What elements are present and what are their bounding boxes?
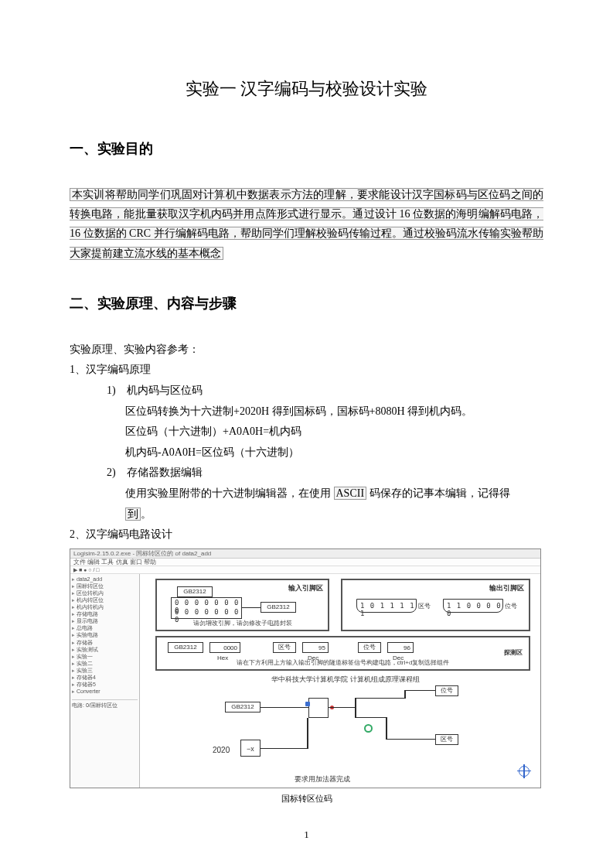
- input-panel-title: 输入引脚区: [288, 583, 323, 593]
- section1-heading: 一、实验目的: [70, 139, 543, 158]
- item1-1-c: 机内码-A0A0H=区位码（十六进制）: [125, 443, 543, 463]
- probe-panel: GB2312 0000 Hex 区号 95 Dec 位号 96 Dec 探测区 …: [155, 636, 530, 671]
- lower-gb-tunnel: GB2312: [225, 702, 261, 713]
- wire: [404, 690, 435, 692]
- wire: [261, 748, 307, 750]
- sb-item: 实验测试: [72, 646, 138, 653]
- sb-item: 机内转机内: [72, 603, 138, 610]
- highlighted-paragraph: 本实训将帮助同学们巩固对计算机中数据表示方法的理解，要求能设计汉字国标码与区位码…: [70, 188, 543, 260]
- page-number: 1: [0, 829, 613, 841]
- probe-wei-val: 96: [387, 642, 414, 653]
- sb-item: 存储器4: [72, 674, 138, 681]
- input-pins-box: 0 0 0 0 0 0 0 0 0 0 0 0 0 0 0 0: [171, 597, 242, 619]
- wei-label: 位号: [505, 602, 517, 610]
- wire: [329, 707, 355, 709]
- section2-heading: 二、实验原理、内容与步骤: [70, 294, 543, 313]
- mid-text: 华中科技大学计算机学院 计算机组成原理课程组: [271, 675, 420, 685]
- sb-item: 实验三: [72, 667, 138, 674]
- item1-1-b: 区位码（十六进制）+A0A0H=机内码: [125, 422, 543, 443]
- gb2312-label: GB2312: [177, 586, 213, 597]
- output-panel: 输出引脚区 1 0 1 1 1 1 1 区号 1 1 0 0 0 0 0 位号: [341, 579, 530, 631]
- item1-2-a: 使用实验里附带的十六进制编辑器，在使用 ASCII 码保存的记事本编辑，记得得: [125, 484, 543, 504]
- probe-note: 请在下方利用上方输入输出引脚的隧道标签信号构建电路，ctrl+d复制选择组件: [157, 658, 529, 667]
- input-panel-note: 请勿增改引脚，请勿修改子电路封装: [157, 619, 328, 627]
- document-title: 实验一 汉字编码与校验设计实验: [70, 77, 543, 101]
- const-2020: 2020: [213, 746, 230, 754]
- ascii-highlight: ASCII: [334, 487, 367, 500]
- item1: 1、汉字编码原理: [70, 360, 543, 381]
- item1-2: 2) 存储器数据编辑: [107, 463, 543, 484]
- sb-item: 总电路: [72, 624, 138, 631]
- section1-paragraph: 本实训将帮助同学们巩固对计算机中数据表示方法的理解，要求能设计汉字国标码与区位码…: [70, 185, 543, 263]
- sb-item: 存储器: [72, 639, 138, 646]
- qu-label: 区号: [418, 602, 431, 610]
- dao-highlight: 到: [125, 507, 141, 521]
- item2: 2、汉字编码电路设计: [70, 525, 543, 545]
- item1-2-b: 到。: [125, 504, 543, 525]
- wire: [355, 698, 404, 699]
- probe-wei-lbl: 位号: [358, 642, 381, 653]
- app-toolbar: ▶ ■ ● ○ / □: [70, 566, 540, 574]
- figure-caption: 国标转区位码: [70, 793, 543, 805]
- input-panel: 输入引脚区 GB2312 0 0 0 0 0 0 0 0 0 0 0 0 0 0…: [155, 579, 329, 631]
- qu-pins-box: 1 0 1 1 1 1 1: [356, 599, 417, 613]
- sb-item: 区位转机内: [72, 589, 138, 596]
- bottom-text: 要求用加法器完成: [295, 774, 350, 784]
- wire: [307, 718, 308, 749]
- node-icon: [305, 702, 310, 706]
- negator-block: −x: [240, 740, 261, 757]
- wei-pins-box: 1 1 0 0 0 0 0: [443, 599, 503, 613]
- gb2312-tunnel: GB2312: [261, 602, 296, 613]
- app-titlebar: Logisim-2.15.0.2.exe - 国标转区位的 of data2_a…: [70, 549, 540, 559]
- section2-content: 实验原理、实验内容参考： 1、汉字编码原理 1) 机内码与区位码 区位码转换为十…: [70, 340, 543, 545]
- sb-item: data2_add: [72, 576, 138, 583]
- sb-item: 显示电路: [72, 617, 138, 624]
- sb-item: 存储器5: [72, 681, 138, 688]
- probe-hex-val: 0000: [209, 642, 240, 653]
- wei-pins: 1 1 0 0 0 0 0: [447, 602, 502, 617]
- wire: [404, 690, 406, 699]
- sb-item: 机内转区位: [72, 596, 138, 603]
- canvas: 输入引脚区 GB2312 0 0 0 0 0 0 0 0 0 0 0 0 0 0…: [140, 574, 540, 788]
- wire: [386, 739, 435, 740]
- qu-pins: 1 0 1 1 1 1 1: [360, 602, 416, 617]
- adder-block: [308, 698, 329, 718]
- circuit-diagram: Logisim-2.15.0.2.exe - 国标转区位的 of data2_a…: [70, 548, 541, 788]
- lower-wei-tunnel: 位号: [435, 685, 458, 696]
- item1-2-b-post: 。: [141, 508, 152, 520]
- sb-item: 国标转区位: [72, 583, 138, 589]
- sb-item: Converter: [72, 688, 138, 695]
- probe-right-label: 探测区: [504, 648, 523, 657]
- output-panel-title: 输出引脚区: [489, 583, 524, 593]
- sidebar: data2_add 国标转区位 区位转机内 机内转区位 机内转机内 存储电路 显…: [70, 574, 140, 788]
- sidebar-footer: 电路: 0/国标转区位: [72, 699, 138, 709]
- wire: [355, 698, 356, 718]
- item1-2-a-post: 码保存的记事本编辑，记得得: [366, 487, 510, 499]
- sb-item: 实验一: [72, 653, 138, 660]
- green-circle-icon: [364, 724, 373, 733]
- wire: [355, 717, 386, 719]
- wire: [386, 717, 387, 739]
- sb-item: 实验二: [72, 660, 138, 667]
- item1-2-a-pre: 使用实验里附带的十六进制编辑器，在使用: [125, 487, 334, 499]
- wire: [242, 607, 261, 609]
- probe-qu-val: 95: [302, 642, 329, 653]
- probe-gb-label: GB2312: [168, 642, 203, 653]
- crosshair-icon: [519, 766, 530, 777]
- sb-item: 实验电路: [72, 631, 138, 638]
- sb-item: 存储电路: [72, 610, 138, 617]
- probe-qu-lbl: 区号: [273, 642, 296, 653]
- app-menubar: 文件 编辑 工具 仿真 窗口 帮助: [70, 559, 540, 566]
- item1-1: 1) 机内码与区位码: [107, 381, 543, 402]
- intro-line: 实验原理、实验内容参考：: [70, 340, 543, 361]
- lower-qu-tunnel: 区号: [435, 734, 458, 745]
- wire: [261, 707, 308, 709]
- item1-1-a: 区位码转换为十六进制+2020H 得到国标码，国标码+8080H 得到机内码。: [125, 402, 543, 422]
